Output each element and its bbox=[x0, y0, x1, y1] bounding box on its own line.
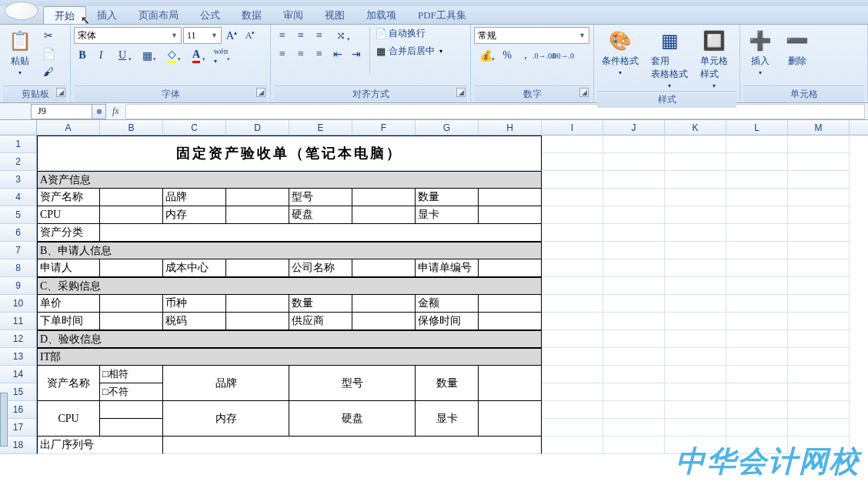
empty-cell[interactable] bbox=[726, 259, 788, 277]
font-color-button[interactable]: A bbox=[185, 47, 208, 64]
empty-cell[interactable] bbox=[542, 436, 603, 454]
empty-cell[interactable] bbox=[788, 401, 850, 419]
row-header-12[interactable]: 12 bbox=[0, 330, 37, 348]
font-name-combo[interactable]: 宋体▼ bbox=[74, 27, 182, 44]
field-cell[interactable]: 申请人 bbox=[37, 259, 100, 277]
empty-cell[interactable] bbox=[726, 313, 788, 330]
align-right-button[interactable]: ≡ bbox=[311, 45, 328, 62]
empty-cell[interactable] bbox=[665, 383, 726, 401]
field-cell[interactable]: 型号 bbox=[289, 189, 352, 206]
empty-cell[interactable] bbox=[726, 383, 788, 401]
empty-cell[interactable] bbox=[542, 224, 603, 242]
fx-button[interactable]: fx bbox=[112, 105, 119, 117]
col-header-G[interactable]: G bbox=[416, 120, 479, 135]
delete-cells-button[interactable]: ➖删除 bbox=[780, 27, 814, 69]
field-cell[interactable] bbox=[479, 313, 542, 330]
empty-cell[interactable] bbox=[603, 206, 665, 224]
name-box[interactable]: J9 bbox=[31, 104, 92, 119]
empty-cell[interactable] bbox=[665, 366, 726, 383]
empty-cell[interactable] bbox=[788, 189, 850, 206]
empty-cell[interactable] bbox=[788, 419, 850, 436]
col-header-J[interactable]: J bbox=[603, 120, 665, 135]
empty-cell[interactable] bbox=[603, 153, 665, 171]
field-cell[interactable] bbox=[479, 295, 542, 313]
empty-cell[interactable] bbox=[788, 295, 850, 313]
row-header-3[interactable]: 3 bbox=[0, 171, 37, 189]
empty-cell[interactable] bbox=[788, 242, 850, 259]
section-purchase[interactable]: C、采购信息 bbox=[37, 277, 542, 295]
field-cell[interactable]: 内存 bbox=[163, 206, 226, 224]
field-cell[interactable] bbox=[352, 206, 416, 224]
empty-cell[interactable] bbox=[665, 224, 726, 242]
section-applicant[interactable]: B、申请人信息 bbox=[37, 242, 542, 259]
border-button[interactable]: ▦ bbox=[135, 47, 159, 64]
empty-cell[interactable] bbox=[726, 295, 788, 313]
cpu-check1[interactable] bbox=[100, 401, 163, 419]
empty-cell[interactable] bbox=[542, 330, 603, 348]
field-cell[interactable] bbox=[226, 189, 289, 206]
col-header-H[interactable]: H bbox=[479, 120, 542, 135]
col-header-D[interactable]: D bbox=[226, 120, 289, 135]
empty-cell[interactable] bbox=[726, 242, 788, 259]
empty-cell[interactable] bbox=[542, 366, 603, 383]
empty-cell[interactable] bbox=[726, 224, 788, 242]
field-cell[interactable] bbox=[479, 259, 542, 277]
field-cell[interactable]: 币种 bbox=[163, 295, 226, 313]
empty-cell[interactable] bbox=[665, 259, 726, 277]
empty-cell[interactable] bbox=[726, 330, 788, 348]
increase-font-button[interactable]: A▴ bbox=[223, 27, 240, 44]
col-header-I[interactable]: I bbox=[542, 120, 603, 135]
row-header-2[interactable]: 2 bbox=[0, 153, 37, 171]
empty-cell[interactable] bbox=[665, 135, 726, 153]
field-cell[interactable]: 公司名称 bbox=[289, 259, 352, 277]
font-size-combo[interactable]: 11▼ bbox=[183, 27, 222, 44]
empty-cell[interactable] bbox=[788, 153, 850, 171]
field-cell[interactable]: 税码 bbox=[163, 313, 226, 330]
field-cell[interactable] bbox=[479, 189, 542, 206]
empty-cell[interactable] bbox=[788, 366, 850, 383]
empty-cell[interactable] bbox=[542, 206, 603, 224]
field-cell[interactable]: CPU bbox=[37, 206, 100, 224]
empty-cell[interactable] bbox=[726, 401, 788, 419]
empty-cell[interactable] bbox=[726, 153, 788, 171]
empty-cell[interactable] bbox=[665, 206, 726, 224]
empty-cell[interactable] bbox=[542, 259, 603, 277]
empty-cell[interactable] bbox=[665, 419, 726, 436]
empty-cell[interactable] bbox=[788, 383, 850, 401]
dec-decimal-button[interactable]: .00→.0 bbox=[554, 47, 571, 64]
field-cell[interactable] bbox=[100, 189, 163, 206]
empty-cell[interactable] bbox=[726, 189, 788, 206]
row-header-7[interactable]: 7 bbox=[0, 242, 37, 259]
empty-cell[interactable] bbox=[542, 153, 603, 171]
empty-cell[interactable] bbox=[603, 419, 665, 436]
check-nomatch[interactable]: □不符 bbox=[100, 383, 163, 401]
empty-cell[interactable] bbox=[603, 348, 665, 366]
align-launcher[interactable]: ◢ bbox=[456, 88, 466, 97]
empty-cell[interactable] bbox=[542, 419, 603, 436]
empty-cell[interactable] bbox=[542, 348, 603, 366]
empty-cell[interactable] bbox=[788, 313, 850, 330]
row-header-13[interactable]: 13 bbox=[0, 348, 37, 366]
percent-button[interactable]: % bbox=[499, 47, 516, 64]
field-cell[interactable] bbox=[100, 313, 163, 330]
align-left-button[interactable]: ≡ bbox=[274, 45, 291, 62]
indent-inc-button[interactable]: ⇥ bbox=[348, 45, 365, 62]
indent-dec-button[interactable]: ⇤ bbox=[329, 45, 346, 62]
vertical-scrollbar[interactable] bbox=[0, 393, 8, 447]
bold-button[interactable]: B bbox=[74, 47, 91, 64]
empty-cell[interactable] bbox=[788, 348, 850, 366]
align-center-button[interactable]: ≡ bbox=[292, 45, 309, 62]
empty-cell[interactable] bbox=[665, 277, 726, 295]
empty-cell[interactable] bbox=[603, 383, 665, 401]
field-cell[interactable]: 单价 bbox=[37, 295, 100, 313]
cell-styles-button[interactable]: 🔲单元格 样式▾ bbox=[696, 27, 733, 91]
field-cell[interactable]: 保修时间 bbox=[416, 313, 479, 330]
empty-cell[interactable] bbox=[603, 171, 665, 189]
currency-button[interactable]: 💰 bbox=[474, 47, 497, 64]
empty-cell[interactable] bbox=[665, 295, 726, 313]
empty-cell[interactable] bbox=[542, 401, 603, 419]
office-button[interactable] bbox=[5, 2, 38, 20]
col-header-F[interactable]: F bbox=[352, 120, 416, 135]
wrap-text-button[interactable]: 📄自动换行 bbox=[375, 27, 442, 40]
tab-pdf[interactable]: PDF工具集 bbox=[407, 6, 477, 24]
